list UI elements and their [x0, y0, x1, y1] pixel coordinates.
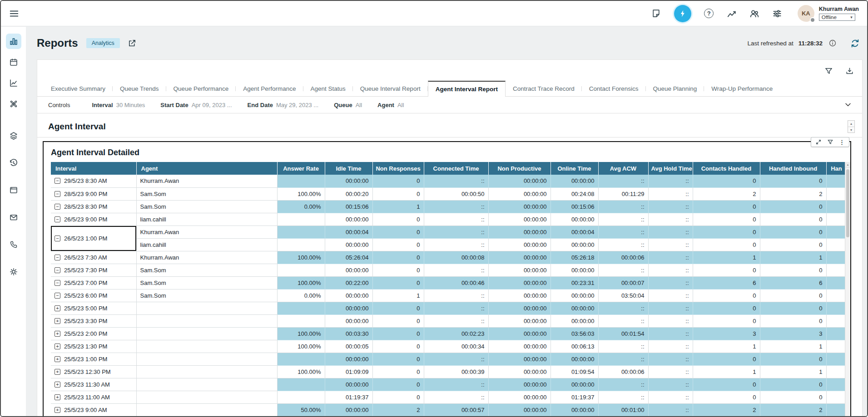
interval-cell[interactable]: −25/5/23 6:00 PM — [51, 289, 136, 302]
metric-cell[interactable]: :: — [424, 353, 488, 365]
avatar[interactable]: KA — [798, 5, 814, 22]
info-icon[interactable] — [828, 38, 838, 48]
agent-cell[interactable]: Khurram.Awan — [136, 175, 277, 187]
metric-cell[interactable]: 0 — [693, 289, 760, 302]
interval-cell[interactable]: −28/5/23 8:30 PM — [51, 200, 136, 213]
metric-cell[interactable]: 0 — [760, 302, 826, 314]
metric-cell[interactable]: 00:00:00 — [325, 175, 372, 187]
metric-cell[interactable]: 0 — [372, 226, 424, 238]
metric-cell[interactable]: 1 — [760, 340, 826, 353]
tab-agent-status[interactable]: Agent Status — [303, 80, 353, 96]
metric-cell[interactable]: 0 — [693, 391, 760, 403]
metric-cell[interactable] — [277, 226, 325, 238]
metric-cell[interactable]: 0 — [760, 238, 826, 251]
metric-cell[interactable] — [826, 403, 847, 416]
agent-cell[interactable]: liam.cahill — [136, 238, 277, 251]
metric-cell[interactable] — [826, 175, 847, 187]
metric-cell[interactable]: 01:09:09 — [325, 365, 372, 378]
metric-cell[interactable]: 0 — [693, 238, 760, 251]
metric-cell[interactable]: 00:01:54 — [598, 327, 648, 340]
hamburger-menu-icon[interactable] — [9, 9, 19, 19]
agent-cell[interactable] — [136, 340, 277, 353]
table-vertical-scrollbar[interactable]: ▴ — [845, 162, 850, 417]
metric-cell[interactable]: 1 — [760, 365, 826, 378]
metric-cell[interactable]: :: — [424, 200, 488, 213]
metric-cell[interactable] — [826, 340, 847, 353]
column-header-non-responses[interactable]: Non Responses — [372, 162, 424, 175]
metric-cell[interactable]: :: — [598, 264, 648, 276]
metric-cell[interactable]: 0 — [372, 276, 424, 289]
scroll-down-icon[interactable]: ▾ — [848, 127, 854, 132]
metric-cell[interactable]: 00:00:00 — [325, 238, 372, 251]
metric-cell[interactable] — [826, 378, 847, 391]
metric-cell[interactable]: 0 — [372, 378, 424, 391]
interval-cell[interactable]: +25/5/23 9:00 AM — [51, 403, 136, 416]
sidebar-item-layers[interactable] — [6, 128, 21, 143]
metric-cell[interactable]: 0 — [693, 213, 760, 226]
settings-sliders-icon[interactable] — [772, 9, 782, 19]
metric-cell[interactable]: 2 — [372, 403, 424, 416]
metric-cell[interactable] — [826, 327, 847, 340]
collapse-row-icon[interactable]: − — [55, 267, 60, 273]
expand-view-icon[interactable] — [815, 139, 822, 145]
metric-cell[interactable]: 00:00:00 — [551, 403, 598, 416]
metric-cell[interactable]: :: — [598, 302, 648, 314]
metric-cell[interactable] — [277, 378, 325, 391]
metric-cell[interactable] — [277, 175, 325, 187]
metric-cell[interactable]: 0 — [372, 238, 424, 251]
column-header-agent[interactable]: Agent — [136, 162, 277, 175]
metric-cell[interactable]: :: — [648, 187, 693, 200]
metric-cell[interactable]: 00:00:00 — [488, 175, 551, 187]
metric-cell[interactable]: 00:11:29 — [598, 187, 648, 200]
expand-row-icon[interactable]: + — [55, 318, 60, 324]
metric-cell[interactable]: :: — [424, 264, 488, 276]
metric-cell[interactable]: :: — [648, 353, 693, 365]
viz-filter-icon[interactable] — [827, 139, 833, 145]
metric-cell[interactable]: 0 — [760, 226, 826, 238]
export-download-icon[interactable] — [845, 66, 854, 75]
metric-cell[interactable]: 0 — [760, 200, 826, 213]
metric-cell[interactable]: 00:00:00 — [488, 327, 551, 340]
metric-cell[interactable]: 0 — [693, 378, 760, 391]
metric-cell[interactable]: 0 — [693, 175, 760, 187]
interval-cell[interactable]: +25/5/23 11:00 AM — [51, 391, 136, 403]
metric-cell[interactable]: :: — [648, 403, 693, 416]
interval-cell[interactable]: +25/5/23 5:00 PM — [51, 302, 136, 314]
interval-cell[interactable]: −29/5/23 8:30 AM — [51, 175, 136, 187]
sidebar-item-settings[interactable] — [6, 264, 21, 280]
metric-cell[interactable]: 100.00% — [277, 276, 325, 289]
metric-cell[interactable]: 1 — [372, 200, 424, 213]
metric-cell[interactable]: :: — [598, 391, 648, 403]
metric-cell[interactable]: :: — [424, 378, 488, 391]
metric-cell[interactable]: 00:00:00 — [551, 289, 598, 302]
metric-cell[interactable]: 0 — [372, 264, 424, 276]
sidebar-item-mail[interactable] — [6, 210, 21, 225]
metric-cell[interactable]: :: — [598, 175, 648, 187]
metric-cell[interactable]: 0.00% — [277, 289, 325, 302]
expand-row-icon[interactable]: + — [55, 382, 60, 388]
interval-cell[interactable]: −28/5/23 9:00 PM — [51, 187, 136, 200]
metric-cell[interactable]: 0 — [693, 314, 760, 327]
metric-cell[interactable]: :: — [648, 302, 693, 314]
metric-cell[interactable]: :: — [424, 289, 488, 302]
tab-agent-performance[interactable]: Agent Performance — [236, 80, 303, 96]
metric-cell[interactable]: 0 — [372, 175, 424, 187]
column-header-avg-acw[interactable]: Avg ACW — [598, 162, 648, 175]
metric-cell[interactable]: 00:00:00 — [488, 378, 551, 391]
scroll-up-icon[interactable]: ▴ — [848, 121, 854, 127]
collapse-row-icon[interactable]: − — [55, 255, 60, 260]
metric-cell[interactable]: 100.00% — [277, 327, 325, 340]
metric-cell[interactable]: 05:26:18 — [551, 251, 598, 264]
metric-cell[interactable]: 0 — [760, 378, 826, 391]
metric-cell[interactable]: 0 — [693, 200, 760, 213]
metric-cell[interactable]: 0 — [372, 391, 424, 403]
metric-cell[interactable]: :: — [648, 175, 693, 187]
metric-cell[interactable]: 00:00:00 — [325, 403, 372, 416]
metric-cell[interactable]: 2 — [693, 187, 760, 200]
agent-cell[interactable] — [136, 365, 277, 378]
metric-cell[interactable]: 0 — [760, 264, 826, 276]
metric-cell[interactable]: 00:00:00 — [488, 314, 551, 327]
column-header-handled-inbound[interactable]: Handled Inbound — [760, 162, 826, 175]
metric-cell[interactable]: 0 — [760, 175, 826, 187]
metric-cell[interactable]: 0 — [760, 314, 826, 327]
